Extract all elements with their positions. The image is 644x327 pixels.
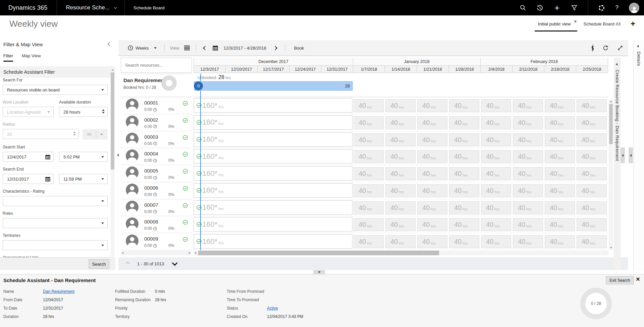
date-range-calendar-icon[interactable] (213, 45, 218, 51)
resource-row[interactable]: 000090:000% (121, 233, 192, 250)
week-availability-cell[interactable]: 40hrs (449, 99, 479, 112)
rail-splitter-notch[interactable] (621, 147, 625, 163)
week-availability-cell[interactable]: 40hrs (385, 116, 416, 129)
panel-collapse-handle[interactable] (313, 270, 325, 274)
expand-left-icon[interactable] (637, 45, 639, 48)
tab-initial-public-view[interactable]: Initial public view × (535, 19, 578, 31)
week-availability-cell[interactable]: 40hrs (481, 99, 511, 112)
week-availability-cell[interactable]: 40hrs (449, 201, 479, 214)
week-availability-cell[interactable]: 40hrs (354, 116, 384, 129)
scale-select-label[interactable]: Weeks (136, 46, 149, 51)
week-availability-cell[interactable]: 40hrs (385, 218, 416, 231)
week-availability-cell[interactable]: 40hrs (545, 116, 575, 129)
week-availability-cell[interactable]: 40hrs (481, 167, 511, 180)
merged-availability-cell[interactable]: 160*hrs (194, 217, 353, 232)
date-range-label[interactable]: 12/3/2017 - 4/28/2018 (223, 46, 266, 51)
merged-availability-cell[interactable]: 160*hrs (194, 132, 353, 147)
week-availability-cell[interactable]: 40hrs (577, 235, 607, 248)
week-availability-cell[interactable]: 40hrs (449, 133, 479, 146)
week-availability-cell[interactable]: 40hrs (513, 167, 543, 180)
previous-range-icon[interactable] (203, 46, 208, 50)
week-availability-cell[interactable]: 40hrs (513, 99, 543, 112)
merged-availability-cell[interactable]: 160*hrs (194, 149, 353, 164)
week-header-cell[interactable]: 12/24/2017 (289, 66, 321, 73)
week-header-cell[interactable]: 2/18/2018 (544, 66, 576, 73)
week-availability-cell[interactable]: 40hrs (417, 235, 447, 248)
tab-schedule-board-3[interactable]: Schedule Board #3 (577, 19, 625, 30)
week-availability-cell[interactable]: 40hrs (577, 99, 607, 112)
week-availability-cell[interactable]: 40hrs (354, 99, 384, 112)
week-availability-cell[interactable]: 40hrs (449, 150, 479, 163)
week-availability-cell[interactable]: 40hrs (545, 133, 575, 146)
characteristics-select[interactable] (3, 196, 108, 206)
resource-horizontal-scrollbar[interactable] (121, 251, 192, 255)
scroll-down-icon[interactable] (610, 247, 612, 249)
week-availability-cell[interactable]: 40hrs (545, 201, 575, 214)
week-availability-cell[interactable]: 40hrs (545, 167, 575, 180)
week-availability-cell[interactable]: 40hrs (354, 201, 384, 214)
scroll-up-icon[interactable] (111, 69, 114, 71)
week-availability-cell[interactable]: 40hrs (513, 116, 543, 129)
week-availability-cell[interactable]: 40hrs (417, 201, 447, 214)
week-availability-cell[interactable]: 40hrs (513, 201, 543, 214)
resource-row[interactable]: 000010:000% (121, 97, 192, 114)
week-header-cell[interactable]: 12/10/2017 (226, 66, 258, 73)
week-availability-cell[interactable]: 40hrs (545, 184, 575, 197)
brand-logo[interactable]: Dynamics 365 (8, 4, 47, 11)
week-availability-cell[interactable]: 40hrs (513, 150, 543, 163)
search-icon[interactable] (520, 4, 526, 11)
chevron-down-icon[interactable] (154, 47, 157, 49)
week-availability-cell[interactable]: 40hrs (385, 201, 416, 214)
week-availability-cell[interactable]: 40hrs (481, 235, 511, 248)
week-availability-cell[interactable]: 40hrs (481, 218, 511, 231)
merged-availability-cell[interactable]: 160*hrs (194, 115, 353, 130)
availability-bar[interactable]: 0 28 (194, 81, 353, 91)
week-availability-cell[interactable]: 40hrs (545, 235, 575, 248)
week-availability-cell[interactable]: 40hrs (481, 184, 511, 197)
week-availability-cell[interactable]: 40hrs (513, 133, 543, 146)
next-range-icon[interactable] (273, 46, 277, 50)
refresh-icon[interactable] (603, 45, 608, 51)
merged-availability-cell[interactable]: 160*hrs (194, 200, 353, 215)
week-availability-cell[interactable]: 40hrs (577, 184, 607, 197)
week-header-cell[interactable]: 12/17/2017 (258, 66, 289, 73)
user-avatar[interactable] (629, 3, 639, 13)
scroll-left-icon[interactable] (195, 252, 196, 254)
week-availability-cell[interactable]: 40hrs (481, 150, 511, 163)
week-availability-cell[interactable]: 40hrs (417, 184, 447, 197)
week-availability-cell[interactable]: 40hrs (449, 167, 479, 180)
add-icon[interactable]: + (554, 4, 560, 11)
scrollbar-thumb[interactable] (609, 104, 613, 144)
collapse-filter-panel-icon[interactable] (108, 42, 111, 46)
week-availability-cell[interactable]: 40hrs (513, 184, 543, 197)
merged-availability-cell[interactable]: 160*hrs (194, 234, 353, 249)
resource-row[interactable]: 000060:000% (121, 182, 192, 199)
week-availability-cell[interactable]: 40hrs (417, 167, 447, 180)
merged-availability-cell[interactable]: 160*hrs (194, 166, 353, 181)
scroll-right-icon[interactable] (189, 252, 191, 254)
create-booking-rail[interactable]: Create Resource Booking - Dan Requiremen… (614, 58, 621, 270)
search-start-date-input[interactable]: 12/4/2017 (3, 152, 54, 162)
week-availability-cell[interactable]: 40hrs (577, 218, 607, 231)
settings-gear-icon[interactable] (598, 4, 605, 11)
week-availability-cell[interactable]: 40hrs (417, 133, 447, 146)
week-availability-cell[interactable]: 40hrs (577, 133, 607, 146)
resource-row[interactable]: 000020:000% (121, 114, 192, 131)
search-start-time-select[interactable]: 5:02 PM (59, 152, 108, 162)
week-header-cell[interactable]: 2/25/2018 (576, 66, 608, 73)
week-availability-cell[interactable]: 40hrs (385, 133, 416, 146)
week-header-cell[interactable]: 2/4/2018 (481, 66, 513, 73)
week-availability-cell[interactable]: 40hrs (385, 167, 416, 180)
week-availability-cell[interactable]: 40hrs (545, 99, 575, 112)
week-availability-cell[interactable]: 40hrs (577, 116, 607, 129)
book-button[interactable]: Book (294, 46, 304, 51)
available-duration-stepper[interactable]: 28 hours (59, 107, 108, 117)
week-header-cell[interactable]: 1/28/2018 (449, 66, 481, 73)
list-view-icon[interactable] (184, 46, 190, 50)
exit-search-button[interactable]: Exit Search (606, 276, 634, 284)
resource-row[interactable]: 000080:000% (121, 216, 192, 233)
week-header-cell[interactable]: 1/14/2018 (385, 66, 417, 73)
detail-value[interactable]: Active (267, 306, 278, 311)
stepper-arrows-icon[interactable] (102, 109, 105, 114)
filter-panel-scrollbar[interactable] (111, 68, 114, 258)
